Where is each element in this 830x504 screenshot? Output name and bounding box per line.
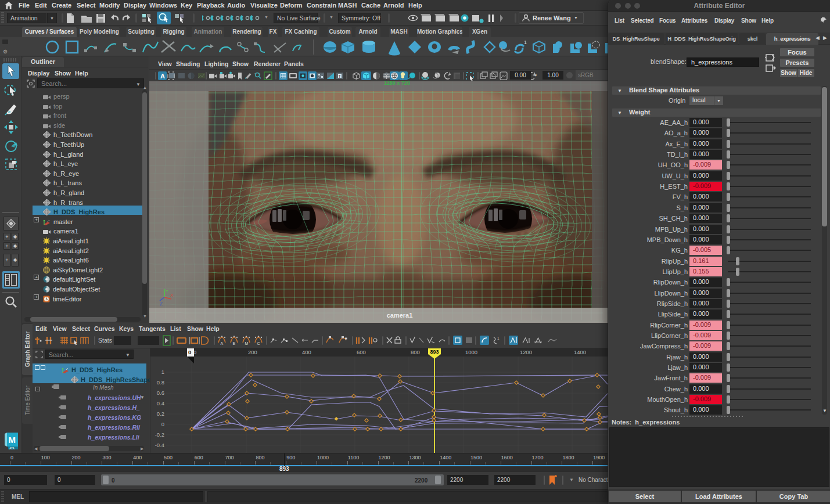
- svg-text:600: 600: [357, 349, 366, 355]
- svg-text:E: E: [233, 341, 236, 345]
- svg-text:0: 0: [161, 421, 164, 427]
- svg-text:0.2: 0.2: [157, 411, 164, 417]
- svg-text:1: 1: [497, 336, 500, 340]
- svg-text:1: 1: [524, 39, 527, 45]
- svg-text:C: C: [257, 341, 260, 345]
- svg-text:893: 893: [430, 349, 439, 355]
- svg-text:1000: 1000: [465, 349, 477, 355]
- svg-text:X: X: [170, 293, 174, 298]
- svg-text:camera1: camera1: [387, 312, 413, 319]
- svg-text:AYA: AYA: [9, 447, 15, 450]
- svg-text:1: 1: [161, 369, 164, 375]
- svg-text:1200: 1200: [520, 349, 532, 355]
- svg-text:M: M: [9, 435, 16, 445]
- svg-text:Z: Z: [160, 301, 163, 307]
- svg-text:Stats: Stats: [98, 337, 112, 344]
- svg-text:800: 800: [411, 349, 420, 355]
- svg-text:0.6: 0.6: [157, 390, 164, 396]
- svg-text:Y: Y: [166, 289, 169, 294]
- svg-text:A: A: [160, 73, 165, 80]
- svg-text:M: M: [245, 341, 249, 345]
- svg-text:400: 400: [302, 349, 311, 355]
- svg-text:-0.4: -0.4: [155, 442, 164, 448]
- svg-text:T: T: [339, 74, 342, 78]
- svg-text:0: 0: [188, 349, 191, 355]
- svg-text:-0.2: -0.2: [155, 431, 164, 438]
- svg-text:A: A: [221, 341, 224, 345]
- svg-text:0.8: 0.8: [157, 379, 164, 386]
- svg-text:1400: 1400: [574, 349, 586, 355]
- svg-text:200: 200: [248, 349, 257, 355]
- svg-text:0.4: 0.4: [157, 400, 164, 406]
